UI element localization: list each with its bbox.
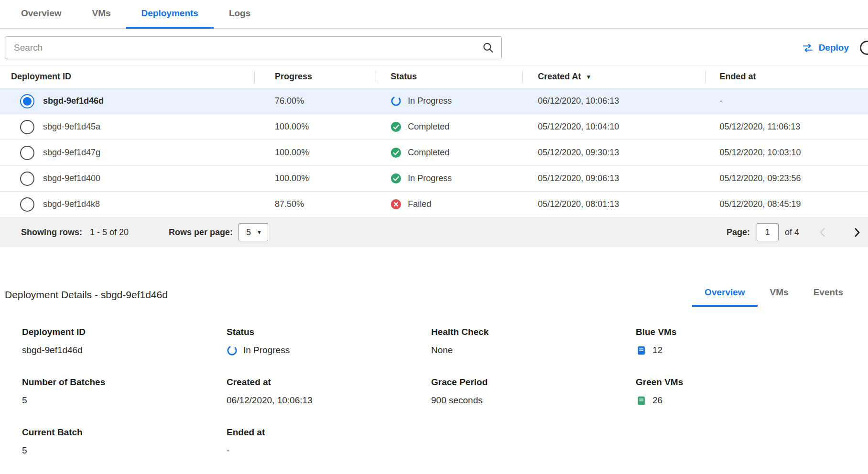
deployment-id: sbgd-9ef1d47g [43,148,100,158]
detail-value: - [227,445,229,456]
table-row[interactable]: sbgd-9ef1d46d76.00%In Progress06/12/2020… [0,88,868,114]
status-completed-icon [391,121,401,132]
created-at-value: 06/12/2020, 10:06:13 [522,96,705,106]
table-row[interactable]: sbgd-9ef1d4k887.50%Failed05/12/2020, 08:… [0,192,868,217]
deployment-id: sbgd-9ef1d45a [43,122,100,132]
toolbar-actions: Deploy [802,43,868,53]
progress-value: 100.00% [254,122,376,132]
status-label: In Progress [408,96,452,106]
details-tab-events[interactable]: Events [801,287,856,307]
ended-at-value: 05/12/2020, 09:23:56 [705,173,868,183]
detail-label: Number of Batches [22,377,227,388]
detail-field-deployment-id: Deployment IDsbgd-9ef1d46d [22,327,227,356]
detail-field-health-check: Health CheckNone [431,327,636,356]
deploy-button[interactable]: Deploy [802,43,849,53]
column-header-deployment-id[interactable]: Deployment ID [0,65,254,88]
status-label: Completed [408,148,449,158]
created-at-value: 05/12/2020, 09:30:13 [522,148,705,158]
prev-page-button[interactable] [816,226,829,239]
detail-field-current-batch: Current Batch5 [22,427,227,456]
deployments-table: Deployment IDProgressStatusCreated At▼En… [0,65,868,247]
next-page-button[interactable] [850,226,863,239]
search-icon [482,42,494,54]
tab-vms[interactable]: VMs [77,0,126,29]
tab-deployments[interactable]: Deployments [126,0,214,29]
deployment-id: sbgd-9ef1d46d [43,96,104,106]
status-in-progress-icon [391,96,401,107]
search-box [5,36,502,59]
detail-field-green-vms: Green VMs26 [636,377,856,406]
search-input[interactable] [5,36,502,59]
showing-rows-value: 1 - 5 of 20 [90,227,129,237]
row-select-radio[interactable] [20,94,34,108]
column-label: Progress [275,72,312,82]
detail-label: Deployment ID [22,327,227,337]
rows-per-page-select[interactable]: 5 ▼ [239,223,268,241]
created-at-value: 05/12/2020, 10:04:10 [522,122,705,132]
detail-field-created-at: Created at06/12/2020, 10:06:13 [227,377,431,406]
details-tab-vms[interactable]: VMs [758,287,801,307]
details-tabbar: OverviewVMsEvents [692,287,856,307]
detail-value-row: In Progress [227,345,431,356]
status-label: In Progress [408,173,452,183]
detail-value-row: - [227,445,431,456]
progress-value: 100.00% [254,173,376,183]
detail-value-row: 5 [22,395,227,406]
table-row[interactable]: sbgd-9ef1d47g100.00%Completed05/12/2020,… [0,140,868,166]
progress-value: 100.00% [254,148,376,158]
column-label: Created At [538,72,581,82]
detail-label: Health Check [431,327,636,337]
detail-field-status: StatusIn Progress [227,327,431,356]
deploy-arrows-icon [802,43,814,53]
ended-at-value: - [705,96,868,106]
detail-value: 06/12/2020, 10:06:13 [227,395,313,406]
detail-label: Blue VMs [636,327,856,337]
column-header-ended-at[interactable]: Ended at [705,65,868,88]
status-label: Failed [408,199,431,209]
details-tab-overview[interactable]: Overview [692,287,758,307]
column-label: Ended at [719,72,756,82]
refresh-icon[interactable] [859,40,868,56]
ended-at-value: 05/12/2020, 08:45:19 [705,199,868,209]
page-total: of 4 [785,227,799,237]
row-select-radio[interactable] [20,120,34,134]
details-header: Deployment Details - sbgd-9ef1d46d Overv… [5,287,856,307]
column-header-created-at[interactable]: Created At▼ [522,65,705,88]
tab-logs[interactable]: Logs [214,0,266,29]
ended-at-value: 05/12/2020, 10:03:10 [705,148,868,158]
row-select-radio[interactable] [20,146,34,160]
detail-value-row: 900 seconds [431,395,636,406]
detail-field-blue-vms: Blue VMs12 [636,327,856,356]
deployment-id: sbgd-9ef1d4k8 [43,199,100,209]
detail-value: None [431,345,453,356]
rows-per-page-label: Rows per page: [169,227,233,237]
page-label: Page: [727,227,750,237]
table-row[interactable]: sbgd-9ef1d45a100.00%Completed05/12/2020,… [0,114,868,140]
table-header: Deployment IDProgressStatusCreated At▼En… [0,65,868,88]
table-footer: Showing rows: 1 - 5 of 20 Rows per page:… [0,217,868,247]
row-select-radio[interactable] [20,197,34,212]
deployments-page: OverviewVMsDeploymentsLogs Deploy Deploy… [0,0,868,474]
detail-field-grace-period: Grace Period900 seconds [431,377,636,406]
created-at-value: 05/12/2020, 09:06:13 [522,173,705,183]
row-select-radio[interactable] [20,172,34,186]
details-grid: Deployment IDsbgd-9ef1d46dStatusIn Progr… [5,327,856,456]
table-body: sbgd-9ef1d46d76.00%In Progress06/12/2020… [0,88,868,217]
created-at-value: 05/12/2020, 08:01:13 [522,199,705,209]
detail-field-number-of-batches: Number of Batches5 [22,377,227,406]
page-input[interactable] [757,223,779,241]
deployment-details-panel: Deployment Details - sbgd-9ef1d46d Overv… [0,287,868,456]
column-header-progress[interactable]: Progress [254,65,376,88]
top-tabbar: OverviewVMsDeploymentsLogs [0,0,868,29]
details-title: Deployment Details - sbgd-9ef1d46d [5,287,168,301]
vm-green-icon [636,395,647,406]
detail-value: In Progress [243,345,290,356]
detail-value: 900 seconds [431,395,483,406]
tab-overview[interactable]: Overview [6,0,77,29]
detail-value-row: 26 [636,395,856,406]
table-row[interactable]: sbgd-9ef1d400100.00%In Progress05/12/202… [0,166,868,192]
detail-label: Created at [227,377,431,388]
column-header-status[interactable]: Status [376,65,522,88]
sort-caret-icon: ▼ [586,74,592,80]
detail-value: sbgd-9ef1d46d [22,345,83,356]
